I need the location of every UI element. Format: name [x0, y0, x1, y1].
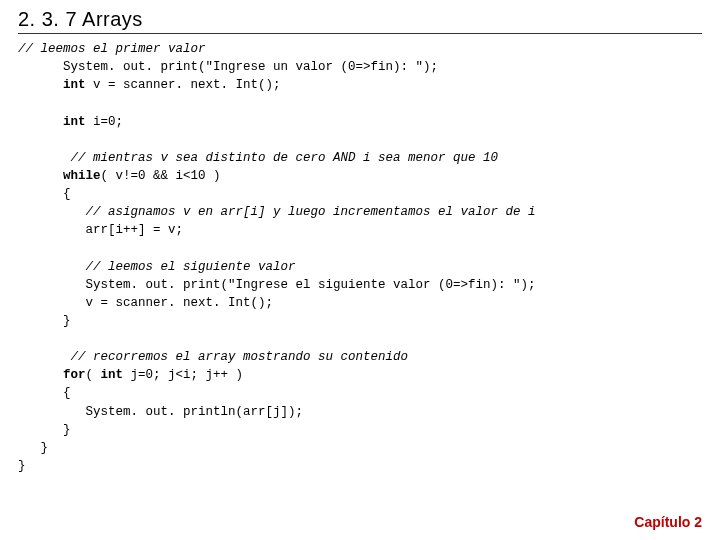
code-block: // leemos el primer valor System. out. p… — [18, 40, 702, 475]
code-line: arr[i++] = v; — [18, 223, 183, 237]
code-line: { — [18, 386, 71, 400]
code-comment: // recorremos el array mostrando su cont… — [18, 350, 408, 364]
code-line: } — [18, 459, 26, 473]
code-line: System. out. print("Ingrese el siguiente… — [18, 278, 536, 292]
code-line: } — [18, 314, 71, 328]
code-line: } — [18, 441, 48, 455]
chapter-footer: Capítulo 2 — [634, 514, 702, 530]
section-heading: 2. 3. 7 Arrays — [18, 8, 702, 34]
code-line: System. out. println(arr[j]); — [18, 405, 303, 419]
code-line: int v = scanner. next. Int(); — [18, 78, 281, 92]
code-line: v = scanner. next. Int(); — [18, 296, 273, 310]
code-comment: // mientras v sea distinto de cero AND i… — [18, 151, 498, 165]
code-line: { — [18, 187, 71, 201]
code-line: for( int j=0; j<i; j++ ) — [18, 368, 243, 382]
code-line: while( v!=0 && i<10 ) — [18, 169, 221, 183]
code-comment: // leemos el primer valor — [18, 42, 206, 56]
code-line: } — [18, 423, 71, 437]
code-comment: // asignamos v en arr[i] y luego increme… — [18, 205, 536, 219]
code-line: int i=0; — [18, 115, 123, 129]
code-line: System. out. print("Ingrese un valor (0=… — [18, 60, 438, 74]
code-comment: // leemos el siguiente valor — [18, 260, 296, 274]
